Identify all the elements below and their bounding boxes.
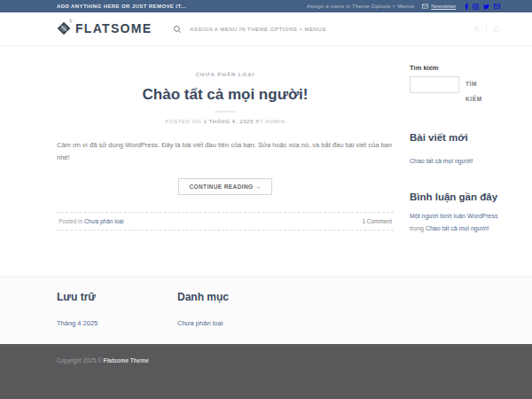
meta-date-link[interactable]: 1 THÁNG 4, 2025	[203, 119, 254, 124]
post-article: CHƯA PHÂN LOẠI Chào tất cả mọi người! PO…	[57, 64, 410, 236]
archives-title: Lưu trữ	[57, 291, 177, 303]
copyright-prefix: Copyright 2025 ©	[57, 357, 102, 364]
logo-text: FLATSOME	[75, 21, 152, 36]
post-meta: POSTED ON 1 THÁNG 4, 2025 BY ADMIN	[57, 119, 394, 124]
topbar-menu-link[interactable]: Assign a menu in Theme Options > Menus	[307, 4, 414, 9]
registered-mark: ®	[69, 20, 72, 24]
header-right-icons	[473, 25, 500, 33]
post-excerpt: Cảm ơn vì đã sử dụng WordPress. Đây là b…	[57, 139, 394, 164]
post-category-link[interactable]: CHƯA PHÂN LOẠI	[196, 72, 254, 77]
meta-author: BY ADMIN	[255, 119, 285, 124]
facebook-icon[interactable]	[465, 4, 469, 10]
email-icon[interactable]	[494, 4, 500, 9]
main-content: CHƯA PHÂN LOẠI Chào tất cả mọi người! PO…	[0, 46, 532, 277]
topbar: ADD ANYTHING HERE OR JUST REMOVE IT... A…	[0, 0, 532, 12]
site-header: ® FLATSOME ASSIGN A MENU IN THEME OPTION…	[0, 12, 532, 46]
recent-posts-widget: Bài viết mới Chào tất cả mọi người!	[410, 131, 500, 168]
recent-post-link[interactable]: Chào tất cả mọi người!	[410, 155, 473, 167]
topbar-message: ADD ANYTHING HERE OR JUST REMOVE IT...	[57, 4, 186, 9]
post-title-link[interactable]: Chào tất cả mọi người!	[143, 86, 309, 103]
comment-connector: trong	[410, 225, 424, 231]
meta-posted-on: POSTED ON	[165, 119, 201, 124]
posted-in-label: Posted in	[59, 218, 82, 224]
account-icon[interactable]	[473, 25, 481, 33]
post-footer-row: Posted in Chưa phân loại 1 Comment	[57, 212, 394, 231]
sidebar-search-submit-button[interactable]: TÌM KIẾM	[466, 76, 496, 108]
sidebar-search-input[interactable]	[410, 76, 459, 93]
categories-widget: Danh mục Chưa phân loại	[177, 291, 298, 329]
copyright-text: Copyright 2025 © Flatsome Theme	[57, 357, 149, 364]
recent-comments-title: Bình luận gần đây	[410, 191, 500, 205]
posted-in-category-link[interactable]: Chưa phân loại	[84, 218, 123, 224]
newsletter-link[interactable]: Newsletter	[422, 4, 456, 9]
archives-widget: Lưu trữ Tháng 4 2025	[57, 291, 177, 329]
search-widget: Tìm kiếm TÌM KIẾM	[410, 64, 500, 108]
continue-reading-button[interactable]: CONTINUE READING →	[178, 178, 271, 195]
categories-title: Danh mục	[177, 291, 298, 303]
comments-count-link[interactable]: 1 Comment	[362, 218, 392, 224]
recent-comment-item: Một người bình luận WordPress trong Chào…	[410, 210, 500, 236]
recent-comments-widget: Bình luận gần đây Một người bình luận Wo…	[410, 191, 500, 236]
social-icons	[465, 4, 501, 10]
instagram-icon[interactable]	[473, 4, 479, 10]
sidebar: Tìm kiếm TÌM KIẾM Bài viết mới Chào tất …	[410, 64, 500, 236]
category-link[interactable]: Chưa phân loại	[177, 319, 223, 327]
envelope-icon	[422, 4, 428, 9]
title-divider	[215, 111, 236, 113]
topbar-right: Assign a menu in Theme Options > Menus N…	[307, 4, 500, 10]
newsletter-label: Newsletter	[431, 4, 456, 9]
comment-author-link[interactable]: Một người bình luận WordPress	[410, 213, 497, 219]
copyright-bar: Copyright 2025 © Flatsome Theme	[0, 344, 532, 399]
footer-widgets: Lưu trữ Tháng 4 2025 Danh mục Chưa phân …	[0, 277, 532, 344]
search-icon[interactable]	[173, 25, 182, 34]
copyright-brand: Flatsome Theme	[104, 357, 149, 364]
header-divider	[486, 25, 487, 33]
posted-in-text: Posted in Chưa phân loại	[59, 218, 123, 224]
header-nav-placeholder[interactable]: ASSIGN A MENU IN THEME OPTIONS > MENUS	[190, 27, 325, 32]
post-title: Chào tất cả mọi người!	[57, 86, 394, 104]
archive-link[interactable]: Tháng 4 2025	[57, 319, 98, 327]
recent-posts-title: Bài viết mới	[410, 131, 500, 145]
comment-post-link[interactable]: Chào tất cả mọi người!	[426, 225, 489, 231]
twitter-icon[interactable]	[483, 4, 489, 10]
site-logo[interactable]: ® FLATSOME	[57, 21, 152, 36]
search-widget-label: Tìm kiếm	[410, 64, 500, 72]
cart-icon[interactable]	[492, 25, 500, 33]
